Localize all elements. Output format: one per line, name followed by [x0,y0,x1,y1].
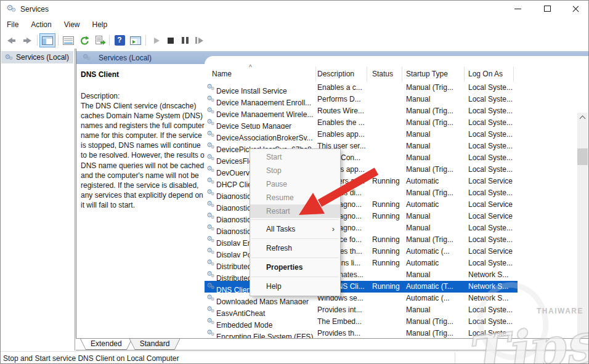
service-gear-icon: ⚙⚙ [206,164,216,176]
column-header-description[interactable]: Description [316,67,367,82]
column-header-name[interactable]: Name [205,67,316,82]
export-list-button[interactable] [93,34,108,47]
start-service-icon [154,38,160,44]
service-gear-icon: ⚙⚙ [206,304,216,316]
service-gear-icon: ⚙⚙ [206,234,216,246]
context-menu-item-restart[interactable]: Restart [250,204,340,218]
scroll-thumb[interactable] [577,148,588,165]
toolbar-separator [145,35,146,46]
forward-button[interactable] [20,34,35,47]
menu-action[interactable]: Action [25,17,57,29]
service-gear-icon: ⚙⚙ [206,105,216,117]
tab-extended[interactable]: Extended [80,339,132,350]
service-gear-icon: ⚙⚙ [206,281,216,293]
status-bar: Stop and Start service DNS Client on Loc… [1,351,588,364]
context-menu-item-refresh[interactable]: Refresh [250,240,340,256]
submenu-arrow-icon: › [332,221,335,237]
restart-service-icon [195,37,203,44]
close-button[interactable] [565,1,586,17]
service-gear-icon: ⚙⚙ [206,140,216,152]
description-text: The DNS Client service (dnscache) caches… [81,101,209,210]
table-row[interactable]: ⚙⚙EasyAntiCheatProvides int...ManualLoca… [205,304,518,316]
result-header-title: Services (Local) [99,54,152,62]
help-button[interactable]: ? [112,34,127,47]
list-header: ^ NameDescriptionStatusStartup TypeLog O… [205,67,579,82]
properties-icon [63,36,74,45]
column-header-status[interactable]: Status [367,67,402,82]
services-gear-icon: ⚙ ⚙ [4,53,14,62]
status-bar-divider [455,352,455,363]
scroll-up-button[interactable] [577,113,588,123]
result-header-gear-icon: ⚙ ⚙ [83,54,91,62]
pause-service-icon [182,37,189,44]
context-menu-item-pause[interactable]: Pause [250,177,340,191]
show-hide-console-tree-button[interactable] [40,34,55,47]
minimize-icon [514,9,521,9]
table-row[interactable]: ⚙⚙Device Setup ManagerEnables the ...Man… [205,117,518,129]
service-gear-icon: ⚙⚙ [206,199,216,211]
menu-file[interactable]: File [1,17,25,29]
pause-service-button[interactable] [177,34,192,47]
context-menu-item-start[interactable]: Start [250,150,340,164]
action-pane-icon [130,36,141,45]
services-window: ⚙ ⚙ Services FileActionViewHelp ? [0,0,589,364]
maximize-button[interactable] [537,1,558,17]
service-gear-icon: ⚙⚙ [206,211,216,222]
service-gear-icon: ⚙⚙ [206,246,216,257]
refresh-button[interactable] [77,34,92,47]
toolbar-separator [37,35,38,46]
description-label: Description: [81,92,210,100]
service-gear-icon: ⚙⚙ [206,257,216,269]
status-bar-text: Stop and Start service DNS Client on Loc… [3,354,179,363]
restart-service-button[interactable] [192,34,206,47]
maximize-icon [544,6,551,12]
table-row[interactable]: ⚙⚙Device Management Enroll...Performs D.… [205,94,518,105]
table-row[interactable]: ⚙⚙DeviceAssociationBrokerSv...Enables ap… [205,129,518,140]
context-menu: StartStopPauseResumeRestartAll Tasks›Ref… [250,148,341,296]
tab-strip: ExtendedStandard [76,338,588,350]
service-gear-icon: ⚙⚙ [206,269,216,281]
show-hide-action-pane-button[interactable] [128,34,143,47]
title-bar: ⚙ ⚙ Services [1,1,588,17]
refresh-icon [79,36,89,46]
table-row[interactable]: ⚙⚙Embedded ModeThe Embed...Manual (Trig.… [205,316,518,328]
detail-pane: DNS Client Description: The DNS Client s… [81,67,210,210]
app-icon: ⚙ ⚙ [6,4,17,14]
service-gear-icon: ⚙⚙ [206,316,216,328]
tab-standard[interactable]: Standard [129,339,181,350]
menu-separator [251,219,339,220]
context-menu-item-all-tasks[interactable]: All Tasks› [250,221,340,237]
service-gear-icon: ⚙⚙ [206,129,216,140]
console-tree-icon [42,36,53,45]
context-menu-item-help[interactable]: Help [250,278,340,294]
column-header-startup-type[interactable]: Startup Type [402,67,465,82]
stop-service-icon [168,38,174,44]
context-menu-item-resume[interactable]: Resume [250,191,340,204]
properties-button[interactable] [61,34,76,47]
toolbar-separator [109,35,110,46]
chevron-up-icon [580,116,586,122]
console-tree-pane: ⚙ ⚙ Services (Local) [1,49,75,350]
back-button[interactable] [4,34,18,47]
minimize-button[interactable] [507,1,528,17]
menu-separator [251,238,339,239]
status-bar-divider [537,352,537,363]
start-service-button[interactable] [149,34,164,47]
menu-help[interactable]: Help [86,17,114,29]
service-gear-icon: ⚙⚙ [206,176,216,187]
vertical-scrollbar[interactable] [577,113,588,364]
forward-icon [26,38,31,44]
table-row[interactable]: ⚙⚙Device Management Wirele...Routes Wire… [205,105,518,117]
context-menu-item-stop[interactable]: Stop [250,164,340,177]
service-gear-icon: ⚙⚙ [206,187,216,199]
toolbar-separator [58,35,59,46]
column-header-log-on-as[interactable]: Log On As [465,67,514,82]
table-row[interactable]: ⚙⚙Device Install ServiceEnables a c...Ma… [205,82,518,94]
back-icon [7,38,12,44]
tree-item-services-local[interactable]: ⚙ ⚙ Services (Local) [1,51,73,63]
service-gear-icon: ⚙⚙ [206,152,216,164]
context-menu-item-properties[interactable]: Properties [250,259,340,275]
menu-view[interactable]: View [58,17,86,29]
stop-service-button[interactable] [163,34,178,47]
service-gear-icon: ⚙⚙ [206,117,216,129]
